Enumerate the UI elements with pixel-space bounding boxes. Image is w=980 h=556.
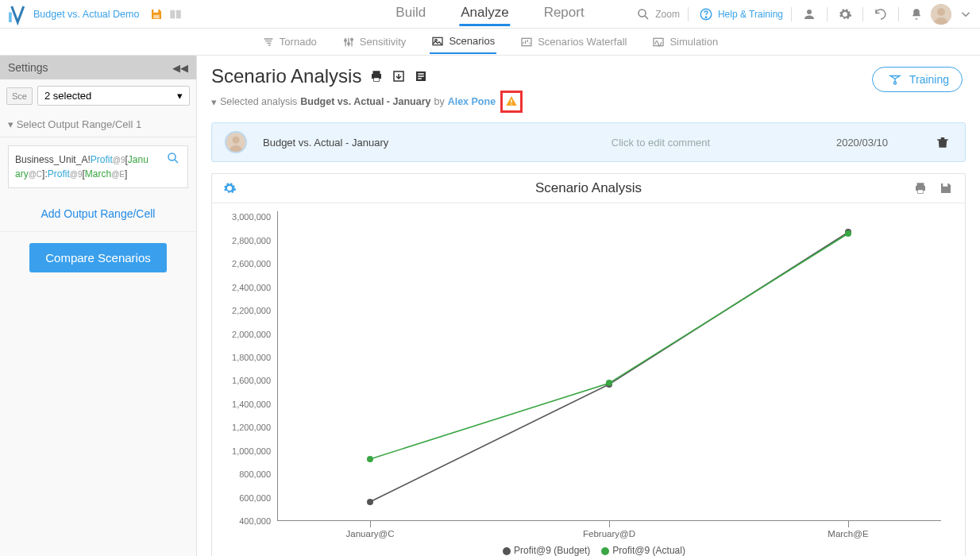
tab-analyze[interactable]: Analyze <box>459 2 510 26</box>
chart-plot: 400,000600,000800,0001,000,0001,200,0001… <box>277 211 941 521</box>
help-label: Help & Training <box>718 9 783 20</box>
tornado-icon <box>262 36 275 48</box>
svg-point-5 <box>807 10 812 14</box>
chart-settings-icon[interactable] <box>222 181 237 195</box>
zoom-link[interactable]: Zoom <box>634 7 680 21</box>
y-tick-label: 1,200,000 <box>232 423 271 432</box>
app-logo[interactable] <box>5 2 29 26</box>
svg-point-16 <box>893 82 896 84</box>
save-icon[interactable] <box>149 7 164 21</box>
y-tick-label: 1,600,000 <box>232 376 271 385</box>
main-tabs: Build Analyze Report <box>394 2 585 26</box>
legend-label: Profit@9 (Actual) <box>612 545 685 556</box>
data-point[interactable] <box>845 230 851 237</box>
data-point[interactable] <box>367 456 373 462</box>
data-point[interactable] <box>367 499 373 505</box>
y-tick-label: 1,000,000 <box>232 446 271 456</box>
gear-icon[interactable] <box>838 7 852 21</box>
svg-point-8 <box>345 39 347 41</box>
undo-icon[interactable] <box>874 7 888 21</box>
y-tick-label: 400,000 <box>239 516 271 526</box>
sliders-icon <box>342 36 355 48</box>
svg-point-2 <box>639 10 646 17</box>
y-tick-label: 2,200,000 <box>232 306 271 315</box>
author-link[interactable]: Alex Pone <box>448 96 496 107</box>
y-tick-label: 1,800,000 <box>232 353 271 362</box>
waterfall-icon <box>520 36 533 48</box>
svg-point-23 <box>232 137 239 144</box>
svg-rect-20 <box>511 99 511 102</box>
svg-point-9 <box>348 42 350 44</box>
selected-analysis-line: ▾ Selected analysis Budget vs. Actual - … <box>211 91 966 113</box>
chevron-down-icon[interactable] <box>959 7 973 21</box>
comment-date: 2020/03/10 <box>836 137 888 149</box>
scenario-select[interactable]: 2 selected ▾ <box>37 86 190 106</box>
subtab-tornado[interactable]: Tornado <box>260 31 318 53</box>
svg-rect-1 <box>154 14 160 18</box>
y-tick-label: 2,800,000 <box>232 236 271 245</box>
legend-label: Profit@9 (Budget) <box>514 545 590 556</box>
avatar[interactable] <box>931 4 951 25</box>
add-output-link[interactable]: Add Output Range/Cell <box>0 196 196 232</box>
file-name[interactable]: Budget vs. Actual Demo <box>33 9 139 20</box>
y-tick-label: 2,400,000 <box>232 283 271 292</box>
comment-name: Budget vs. Actual - January <box>263 137 485 149</box>
subtab-waterfall[interactable]: Scenarios Waterfall <box>519 31 628 53</box>
svg-rect-21 <box>511 103 511 104</box>
user-icon[interactable] <box>802 7 816 21</box>
comment-avatar <box>225 131 247 153</box>
svg-point-4 <box>705 17 707 18</box>
book-icon[interactable] <box>168 7 183 21</box>
x-tick-label: January@C <box>346 529 395 539</box>
tab-report[interactable]: Report <box>542 2 586 26</box>
y-tick-label: 1,400,000 <box>232 400 271 409</box>
chart-print-icon[interactable] <box>913 181 928 195</box>
chart-title: Scenario Analysis <box>535 180 642 196</box>
compare-scenarios-button[interactable]: Compare Scenarios <box>29 243 167 272</box>
tab-build[interactable]: Build <box>394 2 427 26</box>
zoom-label: Zoom <box>655 9 680 20</box>
search-icon <box>636 7 650 21</box>
warning-highlight <box>500 91 523 113</box>
settings-sidebar: Settings ◀◀ Sce 2 selected ▾ ▾ Select Ou… <box>0 56 197 556</box>
svg-rect-17 <box>374 78 379 81</box>
caret-down-icon[interactable]: ▾ <box>211 96 217 108</box>
svg-point-10 <box>351 38 353 41</box>
notes-icon[interactable] <box>414 69 428 83</box>
caret-down-icon: ▾ <box>177 90 183 102</box>
training-icon <box>888 72 902 87</box>
help-icon <box>699 7 713 21</box>
y-tick-label: 2,600,000 <box>232 259 271 268</box>
sce-label: Sce <box>6 87 33 105</box>
explore-icon[interactable] <box>166 151 180 165</box>
analyze-subtabs: Tornado Sensitivity Scenarios Scenarios … <box>0 29 980 56</box>
output-formula[interactable]: Business_Unit_A!Profit@9[January@C]:Prof… <box>8 145 188 188</box>
y-tick-label: 600,000 <box>239 493 271 503</box>
chart-save-icon[interactable] <box>939 181 953 195</box>
image-icon <box>431 35 444 48</box>
analysis-comment-card[interactable]: Budget vs. Actual - January Click to edi… <box>211 122 966 162</box>
print-icon[interactable] <box>369 69 384 83</box>
comment-hint[interactable]: Click to edit comment <box>501 137 820 149</box>
data-point[interactable] <box>606 380 612 386</box>
warning-icon[interactable] <box>505 95 518 110</box>
svg-rect-25 <box>943 183 947 187</box>
x-tick-label: March@E <box>828 529 868 539</box>
svg-rect-0 <box>154 10 159 13</box>
help-link[interactable]: Help & Training <box>696 7 783 21</box>
output-section-header[interactable]: ▾ Select Output Range/Cell 1 <box>0 112 196 137</box>
page-title: Scenario Analysis <box>211 65 966 87</box>
simulation-icon <box>652 36 665 48</box>
svg-rect-24 <box>918 190 923 193</box>
trash-icon[interactable] <box>936 135 950 149</box>
subtab-sensitivity[interactable]: Sensitivity <box>341 31 408 53</box>
export-icon[interactable] <box>392 69 406 83</box>
y-tick-label: 2,000,000 <box>232 330 271 339</box>
subtab-scenarios[interactable]: Scenarios <box>430 30 496 54</box>
bell-icon[interactable] <box>909 7 924 21</box>
svg-point-7 <box>937 8 945 16</box>
collapse-icon[interactable]: ◀◀ <box>172 62 188 74</box>
x-tick-label: February@D <box>583 529 635 539</box>
training-button[interactable]: Training <box>872 67 963 92</box>
subtab-simulation[interactable]: Simulation <box>650 31 720 53</box>
